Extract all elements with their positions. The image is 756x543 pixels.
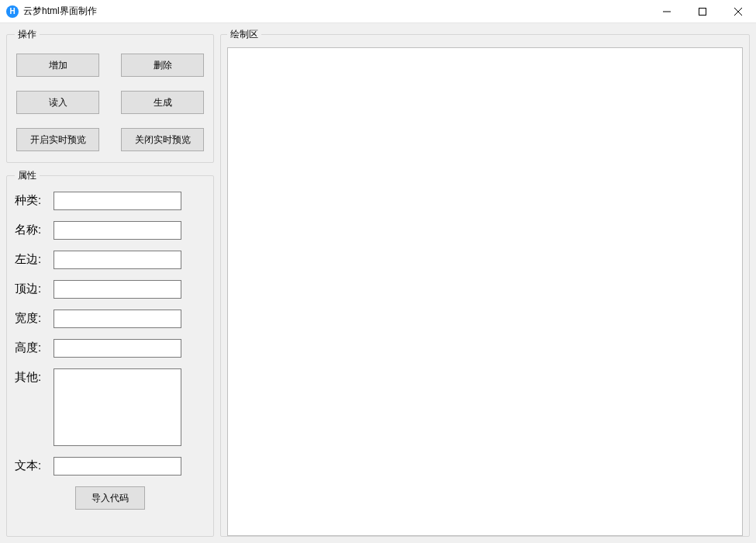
left-panel: 操作 增加 删除 读入 生成 开启实时预览 关闭实时预览 属性 种类: 名称: … [6,28,214,537]
stop-preview-button[interactable]: 关闭实时预览 [121,128,204,151]
page-title: 云梦html界面制作 [23,5,97,18]
draw-canvas[interactable] [227,47,743,536]
window-controls [649,0,756,23]
prop-row-type: 种类: [15,192,205,210]
type-field[interactable] [54,192,181,210]
operations-legend: 操作 [15,28,40,41]
load-button[interactable]: 读入 [16,91,99,114]
draw-legend: 绘制区 [227,28,261,41]
top-field[interactable] [54,280,181,299]
titlebar: H 云梦html界面制作 [0,0,756,23]
operations-grid: 增加 删除 读入 生成 开启实时预览 关闭实时预览 [15,50,205,154]
text-field[interactable] [54,457,181,476]
prop-row-text: 文本: [15,457,205,476]
height-field[interactable] [54,339,181,358]
label-top: 顶边: [15,280,54,296]
svg-rect-1 [699,9,706,16]
properties-group: 属性 种类: 名称: 左边: 顶边: 宽度: 高度: [6,169,214,537]
prop-row-top: 顶边: [15,280,205,299]
other-field[interactable] [54,368,181,446]
app-icon: H [6,5,19,18]
prop-row-left: 左边: [15,251,205,269]
label-name: 名称: [15,221,54,237]
label-other: 其他: [15,368,54,385]
client-area: 操作 增加 删除 读入 生成 开启实时预览 关闭实时预览 属性 种类: 名称: … [0,23,756,543]
prop-row-height: 高度: [15,339,205,358]
delete-button[interactable]: 删除 [121,54,204,77]
label-height: 高度: [15,339,54,355]
draw-group: 绘制区 [220,28,750,537]
add-button[interactable]: 增加 [16,54,99,77]
left-field[interactable] [54,251,181,269]
right-panel: 绘制区 [220,28,750,537]
start-preview-button[interactable]: 开启实时预览 [16,128,99,151]
maximize-button[interactable] [685,0,720,23]
label-type: 种类: [15,192,54,208]
operations-group: 操作 增加 删除 读入 生成 开启实时预览 关闭实时预览 [6,28,214,163]
import-code-button[interactable]: 导入代码 [75,486,145,510]
label-width: 宽度: [15,310,54,326]
close-button[interactable] [720,0,756,23]
prop-row-other: 其他: [15,368,205,446]
prop-row-name: 名称: [15,221,205,240]
width-field[interactable] [54,310,181,328]
minimize-button[interactable] [649,0,685,23]
label-left: 左边: [15,251,54,267]
properties-legend: 属性 [15,169,40,182]
prop-row-width: 宽度: [15,310,205,328]
import-row: 导入代码 [15,486,205,510]
name-field[interactable] [54,221,181,240]
label-text: 文本: [15,457,54,473]
generate-button[interactable]: 生成 [121,91,204,114]
